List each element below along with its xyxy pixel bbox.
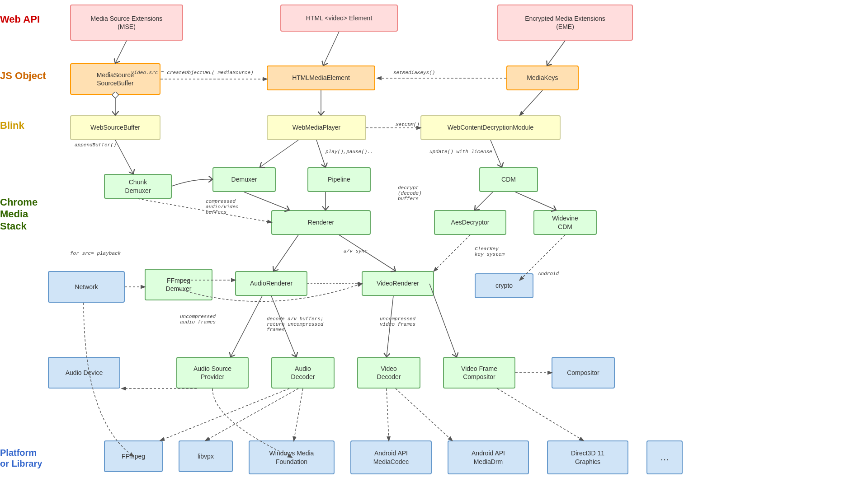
- box-aesdecryptor: AesDecryptor: [434, 210, 506, 235]
- annotation-android: Android: [538, 271, 559, 276]
- label-blink: Blink: [0, 120, 24, 131]
- annotation-set-media-keys: setMediaKeys(): [393, 70, 435, 75]
- svg-line-2: [547, 41, 565, 66]
- annotation-decode-av: decode a/v buffers; return uncompressed …: [267, 316, 323, 332]
- annotation-av-sync: a/v sync: [344, 248, 368, 254]
- box-audio-source-provider: Audio Source Provider: [176, 357, 249, 389]
- box-audio-device: Audio Device: [48, 357, 120, 389]
- box-mediasource: MediaSource SourceBuffer: [70, 63, 160, 95]
- box-dots: ...: [646, 440, 683, 474]
- box-widevine-cdm: Widevine CDM: [533, 210, 597, 235]
- box-htmlmediaelement: HTMLMediaElement: [267, 66, 375, 90]
- box-ffmpeg-demuxer: FFmpeg Demuxer: [145, 269, 212, 300]
- svg-line-8: [115, 140, 133, 174]
- annotation-uncompressed-video: uncompressed video frames: [380, 316, 415, 327]
- annotation-clearkey: ClearKey key system: [475, 246, 505, 257]
- box-direct3d: Direct3D 11 Graphics: [547, 440, 628, 474]
- annotation-set-cdm: SetCDM(): [396, 122, 420, 127]
- annotation-compressed-buffers: compressed audio/video buffers: [206, 199, 239, 215]
- box-android-mediadrm: Android API MediaDrm: [448, 440, 529, 474]
- box-webcontentdecryptionmodule: WebContentDecryptionModule: [420, 115, 561, 140]
- box-wmf: Windows Media Foundation: [249, 440, 335, 474]
- box-mediakeys: MediaKeys: [506, 66, 579, 90]
- box-mse: Media Source Extensions (MSE): [70, 5, 183, 41]
- box-video-decoder: Video Decoder: [357, 357, 420, 389]
- svg-line-1: [323, 32, 339, 66]
- box-chunk-demuxer: Chunk Demuxer: [104, 174, 172, 199]
- box-compositor: Compositor: [552, 357, 615, 389]
- box-html-video: HTML <video> Element: [280, 5, 398, 32]
- annotation-update-license: update() with license: [429, 149, 492, 155]
- box-renderer: Renderer: [271, 210, 371, 235]
- svg-line-36: [497, 389, 583, 440]
- svg-line-14: [244, 192, 289, 210]
- box-android-mediacodec: Android API MediaCodec: [350, 440, 432, 474]
- annotation-decrypt-buffers: decrypt (decode) buffers: [398, 185, 422, 201]
- svg-line-25: [231, 296, 262, 357]
- svg-line-35: [396, 389, 452, 440]
- svg-line-10: [491, 140, 502, 167]
- box-ffmpeg: FFmpeg: [104, 440, 163, 472]
- box-websourcebuffer: WebSourceBuffer: [70, 115, 160, 140]
- annotation-video-src: video.src = createObjectURL( mediaSource…: [131, 70, 254, 75]
- svg-line-5: [520, 90, 542, 115]
- svg-line-31: [160, 389, 289, 440]
- box-video-frame-compositor: Video Frame Compositor: [443, 357, 515, 389]
- svg-line-12: [316, 140, 326, 167]
- annotation-play-pause: play(),pause()..: [326, 149, 373, 155]
- annotation-append-buffer: appendBuffer(): [75, 142, 116, 148]
- diagram-container: Web API JS Object Blink Chrome Media Sta…: [0, 0, 868, 487]
- box-audio-decoder: Audio Decoder: [271, 357, 335, 389]
- annotation-for-src-playback: for src= playback: [70, 251, 121, 256]
- box-videorenderer: VideoRenderer: [362, 271, 434, 296]
- box-webmediaplayer: WebMediaPlayer: [267, 115, 366, 140]
- box-cdm: CDM: [479, 167, 538, 192]
- box-network: Network: [48, 271, 125, 303]
- svg-line-17: [515, 192, 556, 210]
- svg-line-18: [274, 235, 298, 271]
- svg-line-24: [434, 235, 470, 271]
- box-pipeline: Pipeline: [307, 167, 371, 192]
- annotation-uncompressed-audio: uncompressed audio frames: [180, 314, 216, 325]
- box-crypto: crypto: [475, 273, 533, 298]
- label-cms: Chrome Media Stack: [0, 197, 90, 232]
- label-webapi: Web API: [0, 14, 40, 25]
- svg-line-33: [294, 389, 303, 440]
- svg-line-16: [475, 192, 493, 210]
- label-jsobject: JS Object: [0, 70, 46, 82]
- svg-line-11: [260, 140, 298, 167]
- svg-line-0: [115, 41, 127, 63]
- svg-line-32: [206, 389, 298, 440]
- svg-line-13: [138, 199, 271, 222]
- svg-line-34: [387, 389, 389, 440]
- label-platform: Platform or Library: [0, 447, 42, 469]
- box-libvpx: libvpx: [179, 440, 233, 472]
- box-eme: Encrypted Media Extensions (EME): [497, 5, 633, 41]
- box-audiorenderer: AudioRenderer: [235, 271, 307, 296]
- box-demuxer: Demuxer: [212, 167, 276, 192]
